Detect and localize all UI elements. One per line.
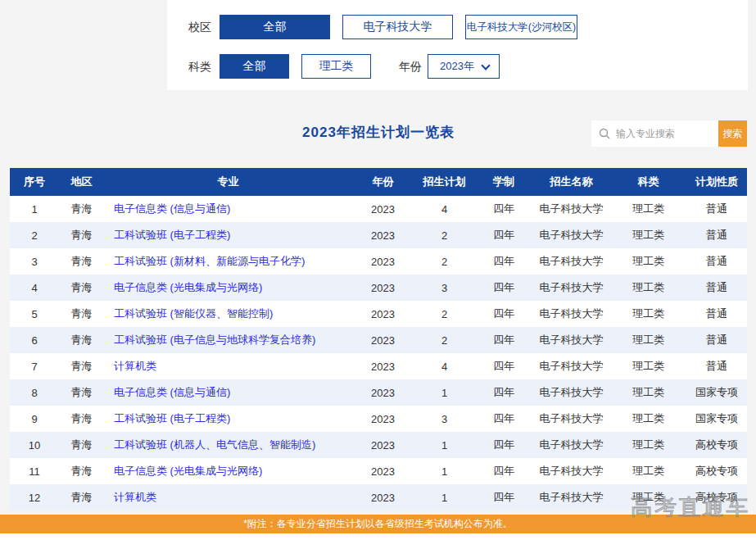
column-header: 招生计划 xyxy=(414,168,475,196)
table-cell: 2023 xyxy=(352,196,414,222)
major-link[interactable]: 工科试验班 (电子工程类) xyxy=(114,229,230,241)
major-cell: 工科试验班 (电子工程类) xyxy=(104,406,352,432)
table-cell: 四年 xyxy=(475,379,532,406)
search-icon xyxy=(598,127,611,140)
category-option-science[interactable]: 理工类 xyxy=(301,54,371,79)
table-cell: 高校专项 xyxy=(686,432,747,458)
table-row: 9青海工科试验班 (电子工程类)20233四年电子科技大学理工类国家专项 xyxy=(10,406,747,432)
table-cell: 普通 xyxy=(686,301,747,327)
table-cell: 电子科技大学 xyxy=(532,196,610,222)
admission-plan-table: 序号地区专业年份招生计划学制招生名称科类计划性质 1青海电子信息类 (信息与通信… xyxy=(10,168,747,511)
table-cell: 4 xyxy=(414,196,475,222)
table-cell: 普通 xyxy=(686,248,747,275)
major-link[interactable]: 工科试验班 (电子信息与地球科学复合培养) xyxy=(114,334,315,346)
major-cell: 电子信息类 (信息与通信) xyxy=(104,196,352,222)
table-cell: 理工类 xyxy=(610,379,686,406)
table-cell: 国家专项 xyxy=(686,406,747,432)
table-cell: 普通 xyxy=(686,327,747,353)
chevron-down-icon xyxy=(481,61,490,70)
major-link[interactable]: 计算机类 xyxy=(114,360,156,372)
table-cell: 理工类 xyxy=(610,484,686,511)
column-header: 招生名称 xyxy=(532,168,610,196)
major-link[interactable]: 电子信息类 (信息与通信) xyxy=(114,202,230,215)
table-cell: 电子科技大学 xyxy=(532,353,610,379)
table-cell: 四年 xyxy=(475,484,532,511)
major-cell: 电子信息类 (信息与通信) xyxy=(104,379,352,406)
table-cell: 理工类 xyxy=(610,301,686,327)
footer-note-bar: *附注：各专业分省招生计划以各省级招生考试机构公布为准。 xyxy=(0,515,756,533)
table-cell: 四年 xyxy=(475,196,532,222)
search-button[interactable]: 搜索 xyxy=(718,120,747,147)
table-cell: 2023 xyxy=(352,327,414,353)
table-cell: 四年 xyxy=(475,353,532,379)
table-cell: 青海 xyxy=(59,222,104,248)
table-cell: 电子科技大学 xyxy=(532,432,610,458)
table-row: 7青海计算机类20234四年电子科技大学理工类普通 xyxy=(10,353,747,379)
major-link[interactable]: 计算机类 xyxy=(114,491,156,503)
major-cell: 计算机类 xyxy=(104,484,352,511)
table-cell: 青海 xyxy=(59,353,104,379)
major-link[interactable]: 电子信息类 (光电集成与光网络) xyxy=(114,281,262,293)
table-row: 12青海计算机类20231四年电子科技大学理工类高校专项 xyxy=(10,484,747,511)
major-cell: 工科试验班 (智能仪器、智能控制) xyxy=(104,301,352,327)
table-cell: 青海 xyxy=(59,301,104,327)
major-link[interactable]: 工科试验班 (新材料、新能源与电子化学) xyxy=(114,255,305,267)
major-cell: 电子信息类 (光电集成与光网络) xyxy=(104,458,352,484)
table-cell: 青海 xyxy=(59,248,104,275)
column-header: 专业 xyxy=(104,168,352,196)
table-cell: 理工类 xyxy=(610,458,686,484)
table-cell: 2 xyxy=(414,248,475,275)
year-select[interactable]: 2023年 xyxy=(428,54,500,79)
major-link[interactable]: 工科试验班 (智能仪器、智能控制) xyxy=(114,307,273,320)
table-cell: 青海 xyxy=(59,275,104,301)
column-header: 科类 xyxy=(610,168,686,196)
table-cell: 1 xyxy=(414,432,475,458)
filter-panel: 校区 全部 电子科技大学 电子科技大学(沙河校区) 科类 全部 理工类 年份 2… xyxy=(167,0,748,90)
table-cell: 3 xyxy=(414,406,475,432)
table-cell: 2023 xyxy=(352,406,414,432)
major-link[interactable]: 工科试验班 (机器人、电气信息、智能制造) xyxy=(114,438,315,451)
table-cell: 12 xyxy=(10,484,59,511)
table-cell: 理工类 xyxy=(610,353,686,379)
table-cell: 10 xyxy=(10,432,59,458)
category-option-all[interactable]: 全部 xyxy=(220,54,289,79)
year-filter-label: 年份 xyxy=(399,60,422,75)
search-bar: 搜索 xyxy=(591,120,747,147)
table-cell: 普通 xyxy=(686,196,747,222)
table-cell: 四年 xyxy=(475,327,532,353)
table-cell: 4 xyxy=(10,275,59,301)
campus-option-uestc[interactable]: 电子科技大学 xyxy=(342,15,453,39)
campus-option-all[interactable]: 全部 xyxy=(220,15,330,39)
table-row: 8青海电子信息类 (信息与通信)20231四年电子科技大学理工类国家专项 xyxy=(10,379,747,406)
campus-filter-label: 校区 xyxy=(188,20,211,35)
table-cell: 9 xyxy=(10,406,59,432)
table-cell: 2023 xyxy=(352,484,414,511)
major-link[interactable]: 工科试验班 (电子工程类) xyxy=(114,412,230,424)
table-cell: 11 xyxy=(10,458,59,484)
table-cell: 四年 xyxy=(475,275,532,301)
table-cell: 3 xyxy=(10,248,59,275)
major-cell: 计算机类 xyxy=(104,353,352,379)
table-cell: 四年 xyxy=(475,406,532,432)
table-cell: 理工类 xyxy=(610,196,686,222)
major-link[interactable]: 电子信息类 (光电集成与光网络) xyxy=(114,465,262,477)
table-cell: 1 xyxy=(414,458,475,484)
table-cell: 2023 xyxy=(352,301,414,327)
major-cell: 工科试验班 (电子工程类) xyxy=(104,222,352,248)
major-link[interactable]: 电子信息类 (信息与通信) xyxy=(114,386,230,398)
campus-option-shahe[interactable]: 电子科技大学(沙河校区) xyxy=(465,15,577,39)
table-row: 6青海工科试验班 (电子信息与地球科学复合培养)20232四年电子科技大学理工类… xyxy=(10,327,747,353)
year-select-value: 2023年 xyxy=(428,59,474,74)
table-cell: 青海 xyxy=(59,379,104,406)
table-cell: 高校专项 xyxy=(686,458,747,484)
table-cell: 普通 xyxy=(686,353,747,379)
table-cell: 2023 xyxy=(352,379,414,406)
table-cell: 四年 xyxy=(475,432,532,458)
column-header: 计划性质 xyxy=(686,168,747,196)
table-cell: 电子科技大学 xyxy=(532,327,610,353)
table-cell: 电子科技大学 xyxy=(532,248,610,275)
table-cell: 理工类 xyxy=(610,248,686,275)
table-cell: 普通 xyxy=(686,222,747,248)
table-cell: 电子科技大学 xyxy=(532,275,610,301)
table-row: 10青海工科试验班 (机器人、电气信息、智能制造)20231四年电子科技大学理工… xyxy=(10,432,747,458)
